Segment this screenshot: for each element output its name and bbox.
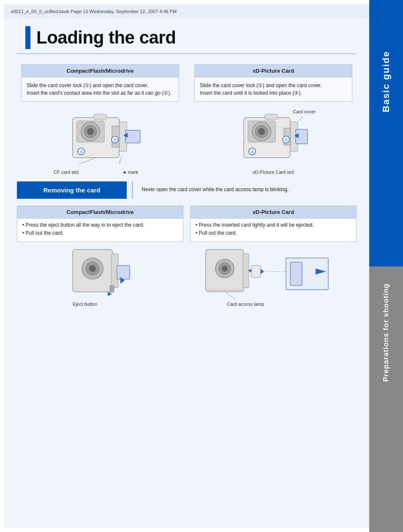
removal-camera-illustrations: Eject button: [4, 245, 369, 310]
svg-line-105: [225, 292, 235, 299]
bullet-item: Press the eject button all the way in to…: [22, 221, 178, 229]
title-section: Loading the card: [4, 19, 369, 53]
svg-rect-104: [206, 290, 244, 292]
compactflash-box: CompactFlash/Microdrive Slide the card c…: [21, 64, 179, 101]
bullet-item: Pull out the card.: [22, 229, 178, 237]
xd-removal-col: Card access lamp: [190, 245, 357, 307]
svg-text:①: ①: [79, 149, 83, 154]
svg-rect-103: [243, 254, 249, 288]
card-access-lamp-label: Card access lamp: [227, 302, 264, 307]
svg-text:①: ①: [251, 149, 254, 154]
bottom-section: CompactFlash/Microdrive Press the eject …: [4, 202, 369, 245]
cf-camera-svg: ① ②: [54, 109, 147, 175]
top-header: s0011_e_00_0_unified.book Page 13 Wednes…: [4, 4, 369, 19]
svg-point-80: [258, 128, 265, 135]
svg-line-74: [119, 155, 122, 164]
compactflash-body: Slide the card cover lock (①) and open t…: [22, 77, 179, 101]
compactflash-header: CompactFlash/Microdrive: [22, 65, 179, 77]
svg-rect-97: [110, 285, 114, 292]
svg-rect-95: [117, 266, 130, 279]
svg-rect-67: [125, 130, 140, 143]
compactflash-section: CompactFlash/Microdrive Slide the card c…: [17, 60, 183, 106]
svg-point-63: [87, 128, 94, 135]
xd-box: xD-Picture Card Slide the card cover loc…: [194, 64, 352, 101]
title-divider: [17, 53, 357, 54]
main-content: Loading the card CompactFlash/Microdrive…: [4, 19, 369, 528]
svg-rect-64: [94, 114, 106, 119]
cf-camera-col: ① ② CF card slot ◄ mark: [17, 109, 183, 175]
mark-label: ◄ mark: [122, 170, 138, 175]
bottom-cf-col: CompactFlash/Microdrive Press the eject …: [17, 206, 183, 242]
removing-title: Removing the card: [43, 186, 100, 194]
card-cover-label: Card cover: [293, 109, 316, 114]
removing-section: Removing the card Never open the card co…: [4, 175, 369, 202]
bullet-item: Pull out the card.: [196, 229, 351, 237]
svg-point-102: [222, 266, 228, 271]
xd-header: xD-Picture Card: [195, 65, 352, 77]
bottom-cf-header: CompactFlash/Microdrive: [17, 206, 183, 219]
eject-button-label: Eject button: [73, 302, 97, 307]
bottom-xd-box: xD-Picture Card Press the inserted card …: [190, 206, 357, 242]
xd-body: Slide the card cover lock (①) and open t…: [195, 77, 352, 101]
bottom-cf-box: CompactFlash/Microdrive Press the eject …: [17, 206, 183, 242]
svg-point-93: [89, 265, 96, 272]
camera-illustrations-loading: ① ② CF card slot ◄ mark Card cover: [4, 106, 369, 175]
bottom-cf-bullets: Press the eject button all the way in to…: [17, 219, 183, 241]
bottom-xd-col: xD-Picture Card Press the inserted card …: [190, 206, 357, 242]
compactflash-text: Slide the card cover lock (①) and open t…: [27, 82, 172, 96]
xd-removal-illustration: Card access lamp: [202, 245, 345, 307]
bottom-xd-bullets: Press the inserted card lightly and it w…: [191, 219, 356, 241]
xd-camera-col: Card cover: [190, 109, 357, 175]
sidebar-gray-section: Preparations for shooting: [369, 266, 403, 532]
bottom-two-col: CompactFlash/Microdrive Press the eject …: [17, 206, 357, 242]
svg-text:②: ②: [113, 137, 117, 142]
title-blue-bar: [25, 26, 30, 49]
page-title: Loading the card: [36, 27, 176, 48]
svg-rect-110: [290, 262, 302, 285]
removing-text-area: Never open the card cover while the card…: [132, 181, 357, 199]
xd-card-slot-label: xD-Picture Card slot: [253, 170, 294, 175]
cf-card-slot-label: CF card slot: [54, 170, 79, 175]
cf-removal-illustration: Eject button: [60, 245, 140, 307]
bottom-xd-header: xD-Picture Card: [191, 206, 356, 219]
xd-text: Slide the card cover lock (①) and open t…: [200, 82, 321, 96]
xd-camera-illustration: Card cover: [227, 109, 320, 175]
svg-line-73: [79, 158, 96, 164]
xd-camera-svg: ① ②: [227, 109, 320, 175]
header-meta-text: s0011_e_00_0_unified.book Page 13 Wednes…: [11, 9, 177, 14]
svg-text:②: ②: [284, 137, 288, 142]
bullet-item: Press the inserted card lightly and it w…: [196, 221, 351, 229]
svg-rect-107: [251, 266, 261, 277]
sidebar-preparations-label: Preparations for shooting: [382, 283, 390, 382]
cf-camera-illustration: ① ② CF card slot ◄ mark: [54, 109, 147, 175]
top-two-col: CompactFlash/Microdrive Slide the card c…: [4, 60, 369, 106]
xd-section: xD-Picture Card Slide the card cover loc…: [190, 60, 357, 106]
cf-removal-col: Eject button: [17, 245, 183, 307]
svg-rect-81: [265, 114, 278, 119]
sidebar-basic-guide-label: Basic guide: [381, 51, 392, 112]
removing-warning: Never open the card cover while the card…: [142, 186, 289, 192]
removing-box: Removing the card: [17, 181, 127, 199]
